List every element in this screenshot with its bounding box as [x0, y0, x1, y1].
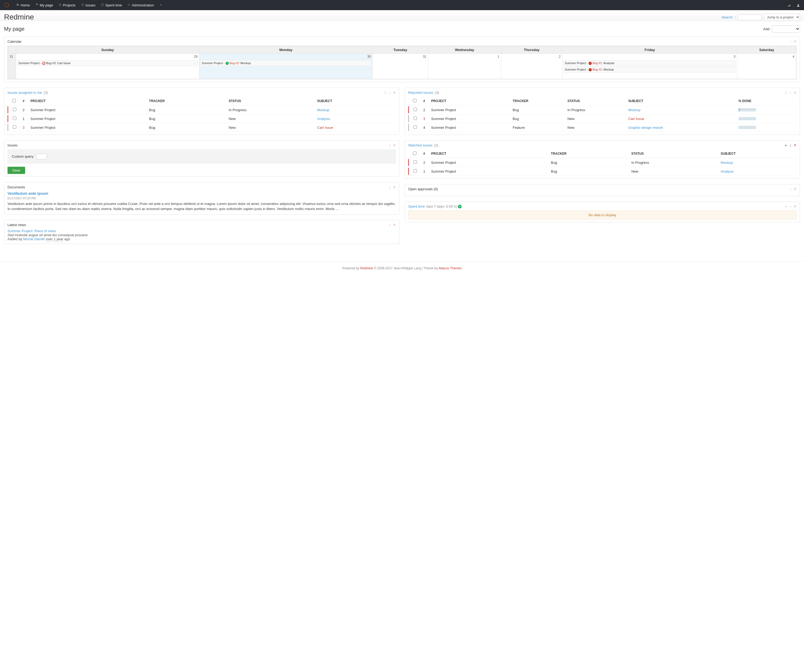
nav-home[interactable]: Home — [13, 3, 33, 7]
row-checkbox[interactable] — [13, 108, 16, 111]
issue-link[interactable]: Bug #2 — [593, 68, 602, 71]
select-all-checkbox[interactable] — [12, 99, 16, 102]
row-checkbox[interactable] — [413, 169, 417, 173]
gear-icon[interactable] — [384, 91, 387, 95]
event-icon — [226, 62, 229, 65]
close-icon[interactable]: ✕ — [794, 204, 796, 209]
nav-projects[interactable]: Projects — [56, 3, 78, 7]
move-handle-icon[interactable]: ↕ — [790, 187, 792, 191]
svg-point-4 — [385, 93, 386, 93]
spent-time-box: Spent time (last 7 days: 0.00 h) + ↕ ✕ N… — [405, 201, 800, 222]
close-icon[interactable]: ✕ — [794, 39, 796, 44]
news-project-link[interactable]: Summer Project — [8, 229, 32, 233]
issue-subject-link[interactable]: Mockup — [628, 108, 641, 112]
issue-subject-link[interactable]: Graphic design rework — [628, 126, 663, 130]
event-icon — [588, 68, 592, 71]
cal-day-header: Monday — [199, 46, 373, 54]
custom-query-input[interactable] — [36, 153, 47, 159]
reported-title[interactable]: Reported issues — [408, 91, 433, 95]
issue-subject-link[interactable]: Mockup — [721, 161, 733, 165]
gear-icon[interactable] — [784, 204, 788, 209]
watched-table: # PROJECT TRACKER STATUS SUBJECT 2Summer… — [408, 149, 796, 176]
watched-title[interactable]: Watched issues — [408, 143, 433, 147]
move-handle-icon[interactable]: ↕ — [389, 91, 391, 95]
gear-icon[interactable] — [784, 91, 788, 95]
day-number: 3 — [562, 54, 737, 60]
issue-subject-link[interactable]: Analysis — [721, 170, 734, 173]
move-handle-icon[interactable]: ↕ — [790, 39, 792, 44]
close-icon[interactable]: ✕ — [393, 143, 396, 147]
document-link[interactable]: Vestibulum ante ipsum — [8, 191, 48, 196]
issue-link[interactable]: Bug #1 — [593, 62, 602, 65]
theme-link[interactable]: Abacus Themes — [438, 266, 462, 270]
project-jump-select[interactable]: Jump to a project... — [764, 14, 800, 21]
reported-box: Reported issues (3) ↕ ✕ # PROJECT TRACKE — [405, 88, 800, 135]
nav-my-page[interactable]: My page — [33, 3, 56, 7]
issue-subject-link[interactable]: Mockup — [317, 108, 330, 112]
svg-point-3 — [797, 4, 799, 5]
list-icon — [59, 3, 62, 7]
select-all-checkbox[interactable] — [413, 99, 417, 102]
issues-query-box: Issues ↕ ✕ Custom query Save — [4, 140, 399, 177]
close-icon[interactable]: ✕ — [794, 143, 796, 147]
spent-time-title[interactable]: Spent time — [408, 204, 425, 209]
add-block-select[interactable] — [772, 25, 800, 33]
progress-bar — [739, 126, 756, 129]
move-handle-icon[interactable]: ↕ — [389, 223, 391, 227]
select-all-checkbox[interactable] — [413, 152, 417, 155]
move-handle-icon[interactable]: ↕ — [790, 204, 792, 209]
move-handle-icon[interactable]: ↕ — [790, 91, 792, 95]
issue-link[interactable]: Bug #3 — [46, 62, 56, 65]
stats-icon[interactable] — [788, 3, 791, 7]
row-checkbox[interactable] — [413, 125, 417, 129]
svg-point-0 — [5, 3, 9, 7]
gear-icon[interactable] — [784, 143, 788, 147]
calendar-event[interactable]: Summer Project - Bug #2: Mockup — [564, 67, 736, 72]
news-summary: Sed molestie augue sit amet leo consequa… — [8, 233, 396, 237]
app-title: Redmine — [4, 13, 34, 21]
close-icon[interactable]: ✕ — [393, 185, 396, 189]
move-handle-icon[interactable]: ↕ — [389, 143, 391, 147]
row-checkbox[interactable] — [413, 160, 417, 164]
day-number: 30 — [199, 54, 373, 60]
news-author-link[interactable]: Michal Staněk — [23, 237, 45, 241]
header: Redmine Search: Jump to a project... — [0, 10, 804, 21]
save-button[interactable]: Save — [8, 167, 25, 174]
nav-spent-time[interactable]: Spent time — [98, 3, 124, 7]
cal-day-header: Saturday — [737, 46, 796, 54]
assigned-title[interactable]: Issues assigned to me — [8, 91, 42, 95]
week-number: 31 — [8, 54, 16, 79]
row-checkbox[interactable] — [413, 116, 417, 120]
home-icon — [16, 3, 19, 7]
row-checkbox[interactable] — [13, 125, 16, 129]
add-time-icon[interactable]: + — [458, 205, 462, 209]
svg-point-7 — [785, 206, 786, 207]
approvals-title: Open approvals (0) — [408, 187, 438, 191]
gear-icon — [127, 3, 131, 7]
day-number: 1 — [428, 54, 501, 60]
search-input[interactable] — [738, 14, 762, 20]
table-row: 1Summer ProjectBugNewAnalysis — [408, 167, 796, 176]
calendar-event[interactable]: Summer Project - Bug #2: Mockup — [201, 60, 371, 66]
issue-link[interactable]: Bug #2 — [230, 62, 239, 65]
calendar-event[interactable]: Summer Project - Bug #1: Analysis — [564, 60, 736, 66]
row-checkbox[interactable] — [413, 108, 417, 111]
issue-subject-link[interactable]: Analysis — [317, 117, 330, 121]
user-icon[interactable] — [796, 3, 800, 7]
close-icon[interactable]: ✕ — [393, 91, 396, 95]
nav-issues[interactable]: Issues — [78, 3, 98, 7]
close-icon[interactable]: ✕ — [794, 187, 796, 191]
nav-administration[interactable]: Administration — [124, 3, 156, 7]
progress-bar — [739, 117, 756, 120]
move-handle-icon[interactable]: ↕ — [389, 185, 391, 189]
news-headline-link[interactable]: Piece of news — [34, 229, 56, 233]
search-label[interactable]: Search — [721, 15, 732, 19]
nav-plus[interactable] — [157, 3, 167, 7]
redmine-link[interactable]: Redmine — [360, 266, 373, 270]
move-handle-icon[interactable]: ↕ — [790, 143, 792, 147]
close-icon[interactable]: ✕ — [794, 91, 796, 95]
row-checkbox[interactable] — [13, 116, 16, 120]
table-row: 1Summer ProjectBugNewAnalysis — [8, 114, 396, 123]
calendar-event[interactable]: Summer Project - Bug #3: Cart Issue — [17, 60, 198, 66]
close-icon[interactable]: ✕ — [393, 223, 396, 227]
